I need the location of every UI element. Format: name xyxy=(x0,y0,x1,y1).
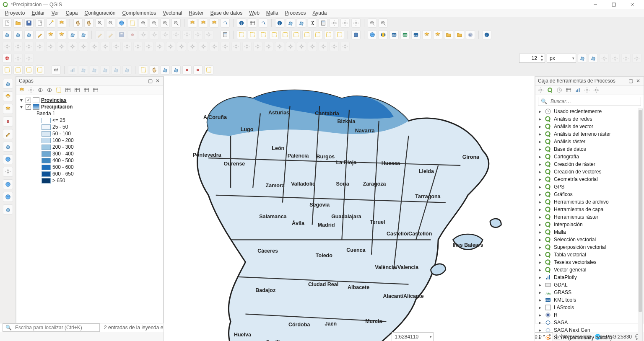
processing-item-an-lisis-del-terreno-r-ster[interactable]: ▸Análisis del terreno ráster xyxy=(537,130,644,138)
tb1-project-0[interactable] xyxy=(3,18,12,28)
tb1-nav-7[interactable] xyxy=(150,18,159,28)
processing-item-gps[interactable]: ▸GPS xyxy=(537,183,644,191)
expand-icon[interactable]: ▸ xyxy=(538,169,542,175)
tb5-ann-2[interactable] xyxy=(161,65,170,75)
tb2-label-7[interactable] xyxy=(313,30,322,39)
panel-undock-icon[interactable]: ▢ xyxy=(628,78,634,84)
menu-procesos[interactable]: Procesos xyxy=(282,9,309,17)
tb2-plugin-1[interactable] xyxy=(379,30,388,39)
tb1-meas-3[interactable] xyxy=(308,18,317,28)
tb5-sel-2[interactable] xyxy=(24,65,34,75)
vstrip-btn-3[interactable] xyxy=(3,116,13,127)
processing-search-input[interactable] xyxy=(550,98,638,105)
processing-item-an-lisis-de-vector[interactable]: ▸Análisis de vector xyxy=(537,123,644,130)
processing-item-saga[interactable]: ▸SAGA xyxy=(537,319,644,326)
proc-mini-4[interactable] xyxy=(574,86,582,94)
vstrip-btn-5[interactable] xyxy=(3,142,13,152)
processing-item-cartograf-a[interactable]: ▸Cartografía xyxy=(537,153,644,160)
processing-item-herramientas-r-ster[interactable]: ▸Herramientas ráster xyxy=(537,213,644,221)
processing-item-r[interactable]: ▸RR xyxy=(537,311,644,319)
menu-proyecto[interactable]: Proyecto xyxy=(2,9,28,17)
menu-editar[interactable]: Editar xyxy=(28,9,48,17)
tb1-view-0[interactable] xyxy=(188,18,197,28)
panel-close-icon[interactable]: ✕ xyxy=(155,78,161,84)
tb1-extra-0[interactable] xyxy=(368,18,377,28)
maximize-button[interactable] xyxy=(605,0,623,9)
tb1-project-3[interactable] xyxy=(35,18,44,28)
processing-panel-header[interactable]: Caja de herramientas de Procesos ▢ ✕ xyxy=(535,77,644,85)
expand-icon[interactable]: ▸ xyxy=(538,327,542,333)
tb1-nav-1[interactable] xyxy=(84,18,93,28)
tb5-ann-6[interactable] xyxy=(204,65,213,75)
map-canvas[interactable]: Territorio no asociado a ninguna provinc… xyxy=(164,76,535,341)
layers-mini-4[interactable] xyxy=(55,86,62,94)
tb4-right-1[interactable] xyxy=(589,54,598,63)
expand-icon[interactable]: ▸ xyxy=(538,259,542,265)
tb1-nav-8[interactable] xyxy=(161,18,170,28)
expand-icon[interactable]: ▸ xyxy=(538,146,542,152)
layer-row-provincias[interactable]: ▾ Provincias xyxy=(19,97,161,103)
expand-icon[interactable]: ▸ xyxy=(538,229,542,235)
tb1-project-1[interactable] xyxy=(13,18,23,28)
tb2-data-6[interactable] xyxy=(68,30,77,39)
tb2-plugin-4[interactable]: HTML xyxy=(411,30,421,39)
expand-icon[interactable]: ▸ xyxy=(538,320,542,326)
processing-item-interpolaci-n[interactable]: ▸Interpolación xyxy=(537,221,644,228)
processing-item-saga-next-gen[interactable]: ▸SAGA Next Gen xyxy=(537,326,644,334)
tb2-label-3[interactable] xyxy=(270,30,279,39)
proc-mini-0[interactable] xyxy=(537,86,545,94)
tb2-plugin-9[interactable]: R xyxy=(466,30,475,39)
expand-icon[interactable]: ▸ xyxy=(538,116,542,122)
expand-icon[interactable]: ▸ xyxy=(538,305,542,310)
tb2-help[interactable]: i xyxy=(482,30,491,39)
processing-item-an-lisis-r-ster[interactable]: ▸Análisis ráster xyxy=(537,138,644,145)
tb1-view-2[interactable] xyxy=(210,18,219,28)
expand-icon[interactable]: ▸ xyxy=(538,237,542,243)
tb5-ann-0[interactable] xyxy=(139,65,148,75)
tb2-label-8[interactable] xyxy=(324,30,333,39)
tb2-plugin-6[interactable] xyxy=(433,30,442,39)
scrollbar[interactable] xyxy=(638,108,643,341)
processing-item-base-de-datos[interactable]: ▸Base de datos xyxy=(537,145,644,153)
proc-mini-6[interactable] xyxy=(592,86,600,94)
processing-item-vector-general[interactable]: ▸Vector general xyxy=(537,266,644,274)
expand-icon[interactable]: ▸ xyxy=(538,199,542,205)
expand-icon[interactable]: ▸ xyxy=(538,282,542,288)
tb4-right-0[interactable] xyxy=(578,54,587,63)
collapse-icon[interactable]: ▾ xyxy=(19,97,24,103)
tb5-sel-3[interactable] xyxy=(35,65,44,75)
tb5-ann-4[interactable] xyxy=(182,65,192,75)
tb2-label-2[interactable] xyxy=(259,30,268,39)
processing-item-geometr-a-vectorial[interactable]: ▸Geometría vectorial xyxy=(537,176,644,183)
menu-capa[interactable]: Capa xyxy=(62,9,81,17)
expand-icon[interactable]: ▸ xyxy=(538,222,542,227)
vstrip-btn-1[interactable] xyxy=(3,91,13,101)
proc-mini-1[interactable] xyxy=(546,86,554,94)
tb1-nav-4[interactable] xyxy=(117,18,126,28)
layers-tree[interactable]: ▾ Provincias ▾ Precipitacion Banda 1 <= … xyxy=(16,95,163,341)
expand-icon[interactable]: ▸ xyxy=(538,267,542,273)
close-button[interactable] xyxy=(623,0,641,9)
expand-icon[interactable]: ▸ xyxy=(538,139,542,145)
tb2-label-0[interactable] xyxy=(237,30,246,39)
menu-web[interactable]: Web xyxy=(246,9,262,17)
tb2-plugin-8[interactable] xyxy=(455,30,464,39)
processing-item-tabla-vectorial[interactable]: ▸Tabla vectorial xyxy=(537,251,644,258)
tb2-plugin-0[interactable] xyxy=(368,30,377,39)
tb1-info-2[interactable] xyxy=(259,18,268,28)
tb2-data-0[interactable] xyxy=(3,30,12,39)
processing-item-kml-tools[interactable]: ▸KMLKML tools xyxy=(537,296,644,304)
processing-item-herramientas-de-archivo[interactable]: ▸Herramientas de archivo xyxy=(537,198,644,206)
tb1-extra-1[interactable] xyxy=(379,18,388,28)
expand-icon[interactable]: ▸ xyxy=(538,312,542,318)
tb2-label-1[interactable] xyxy=(248,30,257,39)
tb2-data-2[interactable] xyxy=(24,30,34,39)
processing-item-superposici-n-vectorial[interactable]: ▸Superposición vectorial xyxy=(537,243,644,251)
vstrip-btn-6[interactable] xyxy=(3,154,13,164)
processing-item-an-lisis-de-redes[interactable]: ▸Análisis de redes xyxy=(537,115,644,123)
tb5-sel-0[interactable] xyxy=(3,65,12,75)
menu-vectorial[interactable]: Vectorial xyxy=(159,9,185,17)
tb5-sel-1[interactable] xyxy=(13,65,23,75)
tb1-meas-4[interactable] xyxy=(319,18,328,28)
processing-item-creaci-n-de-vectores[interactable]: ▸Creación de vectores xyxy=(537,168,644,176)
